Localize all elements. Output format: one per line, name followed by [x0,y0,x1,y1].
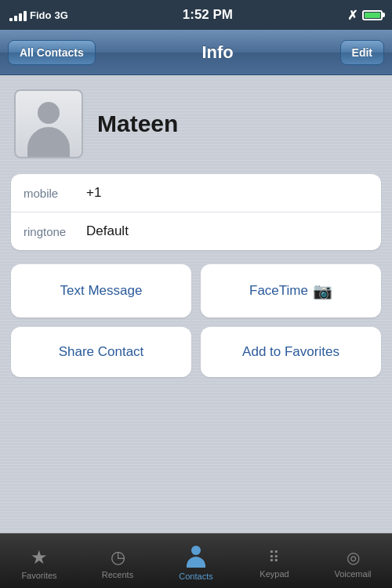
time-label: 1:52 PM [183,7,233,23]
tab-recents[interactable]: ◷ Recents [78,543,157,579]
signal-bar-1 [9,18,13,21]
avatar-head [38,102,60,124]
status-bar: Fido 3G 1:52 PM ✗ [0,0,392,30]
nav-bar: All Contacts Info Edit [0,30,392,75]
carrier-label: Fido [30,9,51,21]
contact-header: Mateen [11,89,381,158]
tab-favorites[interactable]: ★ Favorites [0,542,78,580]
battery-fill [365,13,380,18]
action-grid: Text Message FaceTime 📷 Share Contact Ad… [11,264,381,377]
avatar [14,89,83,158]
tab-contacts[interactable]: Contacts [157,541,235,581]
star-icon: ★ [31,546,48,568]
keypad-icon: ⠿ [268,548,281,567]
ringtone-row: ringtone Default [11,212,381,250]
clock-icon: ◷ [111,547,125,568]
status-right: ✗ [347,8,383,23]
battery-indicator [362,10,383,20]
signal-bars [9,9,27,21]
add-favorites-label: Add to Favorites [242,344,339,360]
signal-bar-2 [14,16,17,21]
facetime-label: FaceTime [249,283,308,299]
contact-name: Mateen [97,111,178,137]
mobile-label: mobile [24,187,86,200]
tab-voicemail[interactable]: ◎ Voicemail [314,543,392,579]
tab-keypad[interactable]: ⠿ Keypad [235,543,314,579]
info-card: mobile +1 ringtone Default [11,174,381,250]
share-contact-button[interactable]: Share Contact [11,327,191,377]
mobile-value: +1 [86,185,101,201]
page-title: Info [201,42,233,63]
status-left: Fido 3G [9,9,68,21]
tab-recents-label: Recents [102,570,133,579]
share-contact-label: Share Contact [59,344,144,360]
tab-voicemail-label: Voicemail [334,569,371,579]
add-favorites-button[interactable]: Add to Favorites [201,327,381,377]
tab-bar: ★ Favorites ◷ Recents Contacts ⠿ Keypad … [0,533,392,588]
avatar-silhouette [25,102,72,157]
facetime-icon: 📷 [313,281,332,300]
voicemail-icon: ◎ [347,548,360,567]
tab-favorites-label: Favorites [21,571,56,580]
ringtone-value: Default [86,223,129,239]
avatar-body [27,127,70,157]
main-content: Mateen mobile +1 ringtone Default Text M… [0,75,392,533]
ringtone-label: ringtone [24,225,86,238]
signal-bar-4 [24,11,27,21]
bluetooth-icon: ✗ [347,8,358,23]
text-message-label: Text Message [60,283,143,299]
facetime-button[interactable]: FaceTime 📷 [201,264,381,318]
mobile-row: mobile +1 [11,174,381,212]
all-contacts-button[interactable]: All Contacts [8,40,96,65]
edit-button[interactable]: Edit [340,40,384,65]
network-label: 3G [54,9,67,21]
person-body [187,557,205,568]
tab-contacts-label: Contacts [179,572,212,581]
tab-keypad-label: Keypad [260,569,289,579]
text-message-button[interactable]: Text Message [11,264,191,318]
person-icon [184,546,208,569]
signal-bar-3 [19,13,22,21]
person-head [191,546,201,555]
